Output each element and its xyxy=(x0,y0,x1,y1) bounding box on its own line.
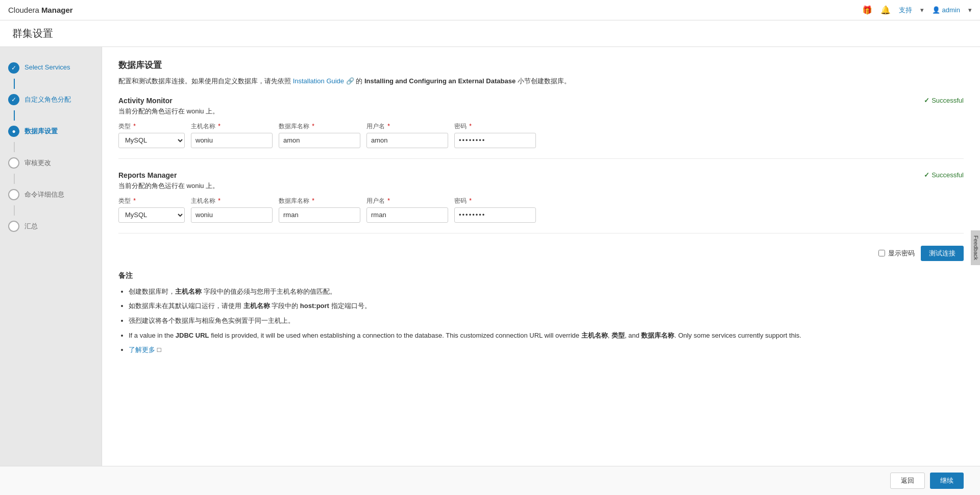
activity-monitor-hostname-group: 主机名称 * xyxy=(191,122,273,148)
test-connection-button[interactable]: 测试连接 xyxy=(921,246,964,261)
activity-monitor-section: Activity Monitor Successful 当前分配的角色运行在 w… xyxy=(118,97,964,159)
activity-monitor-dbname-label: 数据库名称 * xyxy=(279,122,360,131)
reports-manager-name: Reports Manager xyxy=(118,171,177,179)
activity-monitor-dbname-group: 数据库名称 * xyxy=(279,122,360,148)
activity-monitor-name: Activity Monitor xyxy=(118,97,173,105)
page-header: 群集设置 xyxy=(0,20,980,47)
support-link[interactable]: 支持 xyxy=(899,6,912,15)
activity-monitor-password-input[interactable] xyxy=(454,133,536,148)
sidebar: ✓ Select Services ✓ 自定义角色分配 ● 数据库设置 审核更改… xyxy=(0,47,102,495)
activity-monitor-type-label: 类型 * xyxy=(118,122,185,131)
page-title: 群集设置 xyxy=(12,27,968,40)
sidebar-item-custom-role[interactable]: ✓ 自定义角色分配 xyxy=(0,89,102,110)
sidebar-label-summary: 汇总 xyxy=(24,221,38,231)
reports-manager-username-group: 用户名 * xyxy=(366,197,448,223)
reports-manager-type-label: 类型 * xyxy=(118,197,185,205)
reports-manager-type-select[interactable]: MySQL PostgreSQL Oracle xyxy=(118,207,185,223)
connector-5 xyxy=(14,205,15,216)
activity-monitor-hostname-input[interactable] xyxy=(191,133,273,148)
reports-manager-hostname-input[interactable] xyxy=(191,207,273,223)
installation-guide-link[interactable]: Installation Guide 🔗 xyxy=(293,77,356,85)
nav-right: 🎁 🔔 支持 ▾ 👤 admin ▾ xyxy=(862,5,972,15)
action-row: 显示密码 测试连接 xyxy=(118,246,964,261)
show-password-container: 显示密码 xyxy=(878,249,915,258)
admin-link[interactable]: 👤 admin xyxy=(932,6,960,14)
activity-monitor-header: Activity Monitor Successful xyxy=(118,97,964,105)
reports-manager-dbname-label: 数据库名称 * xyxy=(279,197,360,205)
reports-manager-header: Reports Manager Successful xyxy=(118,171,964,179)
activity-monitor-dbname-input[interactable] xyxy=(279,133,360,148)
gift-icon[interactable]: 🎁 xyxy=(862,5,872,15)
connector-1 xyxy=(14,79,15,89)
reports-manager-type-group: 类型 * MySQL PostgreSQL Oracle xyxy=(118,197,185,223)
reports-manager-username-input[interactable] xyxy=(366,207,448,223)
user-icon: 👤 xyxy=(932,6,940,14)
reports-manager-username-label: 用户名 * xyxy=(366,197,448,205)
activity-monitor-status: Successful xyxy=(924,97,964,104)
sidebar-label-db-settings: 数据库设置 xyxy=(24,126,58,136)
note-item-2: 如数据库未在其默认端口运行，请使用 主机名称 字段中的 host:port 指定… xyxy=(129,300,964,313)
main-layout: ✓ Select Services ✓ 自定义角色分配 ● 数据库设置 审核更改… xyxy=(0,47,980,495)
reports-manager-hostname-label: 主机名称 * xyxy=(191,197,273,205)
sidebar-item-summary[interactable]: 汇总 xyxy=(0,216,102,237)
step-icon-4 xyxy=(8,157,19,169)
learn-more-link[interactable]: 了解更多 xyxy=(129,346,155,353)
activity-monitor-password-group: 密码 * xyxy=(454,122,536,148)
top-navigation: Cloudera Manager 🎁 🔔 支持 ▾ 👤 admin ▾ xyxy=(0,0,980,20)
dropdown-icon: ▾ xyxy=(920,6,924,14)
step-icon-5 xyxy=(8,189,19,200)
reports-manager-hostname-group: 主机名称 * xyxy=(191,197,273,223)
logo-cloudera: Cloudera xyxy=(8,6,39,14)
external-link-icon-2: □ xyxy=(157,346,161,353)
sidebar-item-command-detail[interactable]: 命令详细信息 xyxy=(0,184,102,205)
content-area: 数据库设置 配置和测试数据库连接。如果使用自定义数据库，请先依照 Install… xyxy=(102,47,980,495)
note-item-4: If a value in the JDBC URL field is prov… xyxy=(129,329,964,342)
logo: Cloudera Manager xyxy=(8,6,73,14)
section-title: 数据库设置 xyxy=(118,59,964,71)
bottom-bar: 返回 继续 xyxy=(0,466,980,495)
activity-monitor-role-desc: 当前分配的角色运行在 woniu 上。 xyxy=(118,107,964,116)
connector-3 xyxy=(14,142,15,152)
back-button[interactable]: 返回 xyxy=(890,473,925,489)
feedback-tab[interactable]: Feedback xyxy=(971,230,980,265)
sidebar-item-db-settings[interactable]: ● 数据库设置 xyxy=(0,121,102,142)
sidebar-label-command-detail: 命令详细信息 xyxy=(24,189,64,199)
step-icon-6 xyxy=(8,221,19,232)
connector-2 xyxy=(14,110,15,121)
section-description: 配置和测试数据库连接。如果使用自定义数据库，请先依照 Installation … xyxy=(118,76,964,86)
activity-monitor-username-label: 用户名 * xyxy=(366,122,448,131)
reports-manager-dbname-group: 数据库名称 * xyxy=(279,197,360,223)
show-password-checkbox[interactable] xyxy=(878,250,885,256)
step-icon-3: ● xyxy=(8,126,19,137)
sidebar-item-review-changes[interactable]: 审核更改 xyxy=(0,152,102,174)
continue-button[interactable]: 继续 xyxy=(930,473,964,489)
reports-manager-password-input[interactable] xyxy=(454,207,536,223)
reports-manager-section: Reports Manager Successful 当前分配的角色运行在 wo… xyxy=(118,171,964,233)
step-icon-1: ✓ xyxy=(8,62,19,74)
admin-dropdown-icon: ▾ xyxy=(968,6,972,14)
reports-manager-password-label: 密码 * xyxy=(454,197,536,205)
reports-manager-role-desc: 当前分配的角色运行在 woniu 上。 xyxy=(118,181,964,191)
reports-manager-form: 类型 * MySQL PostgreSQL Oracle 主机名称 * xyxy=(118,197,964,223)
activity-monitor-hostname-label: 主机名称 * xyxy=(191,122,273,131)
activity-monitor-form: 类型 * MySQL PostgreSQL Oracle 主机名称 * xyxy=(118,122,964,148)
notes-title: 备注 xyxy=(118,271,964,280)
bell-icon[interactable]: 🔔 xyxy=(880,5,891,15)
note-item-3: 强烈建议将各个数据库与相应角色实例置于同一主机上。 xyxy=(129,315,964,327)
reports-manager-dbname-input[interactable] xyxy=(279,207,360,223)
sidebar-label-custom-role: 自定义角色分配 xyxy=(24,94,71,104)
external-link-icon: 🔗 xyxy=(346,77,354,85)
reports-manager-status: Successful xyxy=(924,171,964,179)
activity-monitor-username-input[interactable] xyxy=(366,133,448,148)
sidebar-label-review-changes: 审核更改 xyxy=(24,157,51,168)
activity-monitor-password-label: 密码 * xyxy=(454,122,536,131)
activity-monitor-username-group: 用户名 * xyxy=(366,122,448,148)
sidebar-label-select-services: Select Services xyxy=(24,62,70,71)
sidebar-item-select-services[interactable]: ✓ Select Services xyxy=(0,57,102,79)
show-password-label[interactable]: 显示密码 xyxy=(888,249,915,258)
activity-monitor-type-select[interactable]: MySQL PostgreSQL Oracle xyxy=(118,133,185,148)
connector-4 xyxy=(14,174,15,184)
step-icon-2: ✓ xyxy=(8,94,19,105)
reports-manager-password-group: 密码 * xyxy=(454,197,536,223)
type-required-mark: * xyxy=(133,123,136,130)
